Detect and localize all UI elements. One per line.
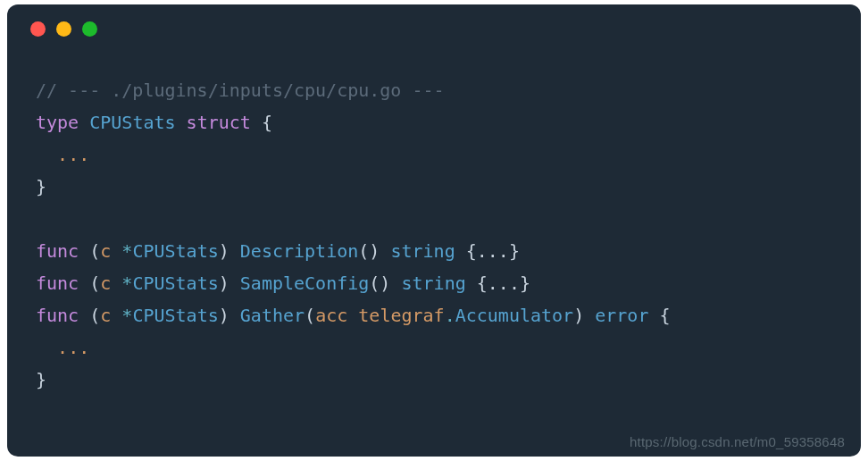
receiver-close: ) [219, 272, 230, 294]
receiver-close: ) [219, 305, 230, 326]
receiver-close: ) [219, 240, 230, 262]
receiver-name: c [100, 272, 111, 294]
receiver-type: CPUStats [132, 305, 218, 326]
keyword-type: type [36, 112, 79, 133]
receiver-open: ( [89, 272, 100, 294]
dot-op: . [445, 305, 455, 326]
pkg-telegraf: telegraf [358, 305, 444, 326]
return-string: string [401, 272, 465, 294]
receiver-name: c [100, 305, 111, 326]
brace-close: } [36, 369, 46, 390]
fn-gather: Gather [240, 305, 305, 326]
fn-description: Description [240, 240, 358, 262]
inline-body: {...} [466, 240, 520, 262]
type-name: CPUStats [89, 112, 175, 133]
code-window: // --- ./plugins/inputs/cpu/cpu.go --- t… [7, 4, 861, 457]
maximize-icon[interactable] [82, 21, 97, 37]
keyword-struct: struct [187, 112, 251, 133]
star-op: * [121, 305, 132, 326]
brace-open: { [659, 305, 670, 326]
param-acc: acc [315, 305, 347, 326]
parens-empty: () [358, 240, 380, 262]
receiver-open: ( [89, 305, 100, 326]
star-op: * [121, 240, 132, 262]
receiver-open: ( [89, 240, 100, 262]
paren-open: ( [305, 305, 315, 326]
ellipsis: ... [57, 144, 89, 165]
paren-close: ) [573, 305, 584, 326]
code-comment: // --- ./plugins/inputs/cpu/cpu.go --- [36, 80, 445, 101]
receiver-name: c [100, 240, 111, 262]
ellipsis: ... [57, 337, 89, 358]
close-icon[interactable] [30, 21, 46, 37]
code-block: // --- ./plugins/inputs/cpu/cpu.go --- t… [7, 53, 861, 396]
keyword-func: func [36, 305, 79, 326]
brace-close: } [36, 176, 46, 197]
receiver-type: CPUStats [132, 240, 218, 262]
window-titlebar [7, 4, 861, 53]
parens-empty: () [369, 272, 390, 294]
watermark-text: https://blog.csdn.net/m0_59358648 [630, 434, 845, 449]
minimize-icon[interactable] [56, 21, 71, 37]
return-string: string [390, 240, 455, 262]
star-op: * [121, 272, 132, 294]
receiver-type: CPUStats [132, 272, 218, 294]
keyword-func: func [36, 240, 79, 262]
inline-body: {...} [477, 272, 530, 294]
brace-open: { [262, 112, 272, 133]
keyword-func: func [36, 272, 79, 294]
type-accumulator: Accumulator [455, 305, 573, 326]
fn-sampleconfig: SampleConfig [240, 272, 370, 294]
return-error: error [595, 305, 648, 326]
